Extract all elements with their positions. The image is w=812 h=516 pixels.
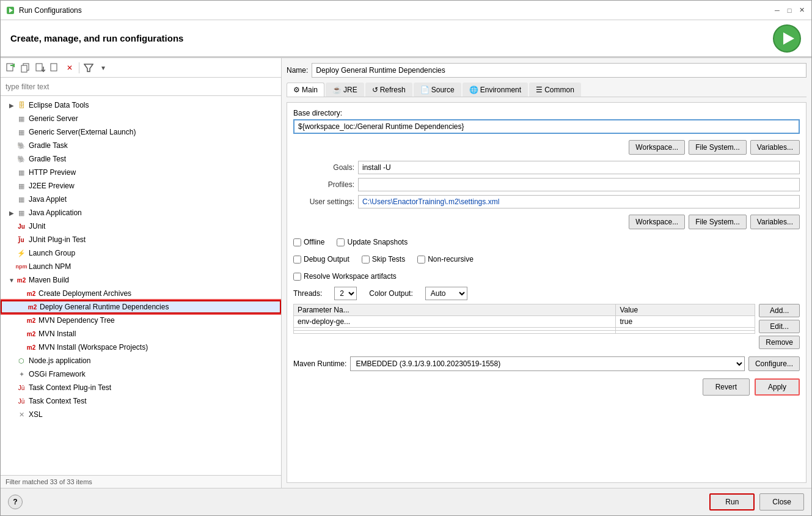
param-col-name: Parameter Na... — [294, 304, 616, 316]
tree-item-launch-npm[interactable]: ▶ npm Launch NPM — [1, 260, 281, 273]
tree-item-eclipse-data-tools[interactable]: ▶ 🗄 Eclipse Data Tools — [1, 98, 281, 112]
tree-item-task-context-plugin[interactable]: ▶ Jü Task Context Plug-in Test — [1, 381, 281, 394]
nodejs-icon: ⬡ — [16, 356, 26, 366]
resolve-workspace-checkbox-item[interactable]: Resolve Workspace artifacts — [293, 272, 397, 281]
add-param-button[interactable]: Add... — [759, 304, 800, 317]
tree-item-label: Java Applet — [29, 195, 67, 204]
offline-label: Offline — [304, 238, 324, 246]
window-title: Run Configurations — [19, 6, 772, 15]
tree-item-label: Gradle Task — [29, 141, 68, 150]
tree-item-mvn-install-ws[interactable]: ▶ m2 MVN Install (Workspace Projects) — [1, 341, 281, 354]
threads-select[interactable]: 2 1 4 — [334, 287, 357, 300]
filesystem-button-2[interactable]: File System... — [689, 215, 747, 229]
offline-checkbox[interactable] — [293, 238, 301, 246]
base-directory-input[interactable] — [293, 119, 800, 134]
remove-param-button[interactable]: Remove — [759, 336, 800, 349]
export-button[interactable] — [34, 61, 47, 75]
configure-runtime-button[interactable]: Configure... — [748, 356, 800, 371]
tree-item-junit[interactable]: ▶ Ju JUnit — [1, 219, 281, 233]
new-config-button[interactable] — [4, 61, 18, 75]
tree-item-gradle-task[interactable]: ▶ 🐘 Gradle Task — [1, 139, 281, 152]
minimize-button[interactable]: ─ — [772, 6, 782, 15]
duplicate-config-button[interactable] — [19, 61, 32, 75]
tree-item-generic-server-ext[interactable]: ▶ ▦ Generic Server(External Launch) — [1, 125, 281, 139]
tab-jre-label: JRE — [343, 86, 357, 94]
checkboxes-row-3: Resolve Workspace artifacts — [293, 272, 800, 281]
close-button[interactable]: ✕ — [797, 6, 807, 15]
tree-item-junit-plugin[interactable]: ▶ J̈u JUnit Plug-in Test — [1, 233, 281, 246]
tab-environment[interactable]: 🌐 Environment — [463, 83, 528, 97]
profiles-input[interactable] — [358, 178, 800, 191]
run-button[interactable]: Run — [709, 493, 755, 510]
runtime-label: Maven Runtime: — [293, 359, 346, 368]
tree-item-java-application[interactable]: ▶ ▦ Java Application — [1, 206, 281, 219]
tab-source[interactable]: 📄 Source — [414, 83, 461, 97]
task-test-icon: Jü — [16, 396, 26, 406]
name-row: Name: — [287, 63, 807, 78]
param-empty-row-2 — [294, 331, 755, 334]
runtime-select[interactable]: EMBEDDED (3.9.1/3.9.100.20230519-1558) — [350, 356, 745, 371]
skip-tests-checkbox[interactable] — [362, 256, 370, 264]
skip-tests-checkbox-item[interactable]: Skip Tests — [362, 255, 405, 264]
apply-button[interactable]: Apply — [755, 378, 800, 396]
help-button[interactable]: ? — [8, 495, 23, 509]
tree-item-generic-server[interactable]: ▶ ▦ Generic Server — [1, 112, 281, 125]
param-row[interactable]: env-deploy-ge... true — [294, 316, 755, 328]
filter-button[interactable] — [82, 61, 95, 75]
workspace-button-2[interactable]: Workspace... — [629, 215, 685, 229]
tree-item-j2ee-preview[interactable]: ▶ ▦ J2EE Preview — [1, 179, 281, 193]
tree-item-launch-group[interactable]: ▶ ⚡ Launch Group — [1, 246, 281, 260]
edit-param-button[interactable]: Edit... — [759, 320, 800, 333]
tree-item-maven-build[interactable]: ▼ m2 Maven Build — [1, 273, 281, 287]
variables-button-1[interactable]: Variables... — [750, 140, 800, 155]
debug-output-checkbox[interactable] — [293, 256, 301, 264]
color-output-select[interactable]: Auto Always Never — [425, 287, 467, 300]
goals-label: Goals: — [293, 163, 354, 172]
close-button[interactable]: Close — [759, 493, 804, 510]
tree-item-label: Create Deployment Archives — [38, 289, 131, 298]
tree-item-create-deployment[interactable]: ▶ m2 Create Deployment Archives — [1, 287, 281, 300]
filesystem-button-1[interactable]: File System... — [689, 140, 747, 155]
tree-item-task-context-test[interactable]: ▶ Jü Task Context Test — [1, 394, 281, 408]
tab-common[interactable]: ☰ Common — [529, 83, 581, 97]
tree-item-java-applet[interactable]: ▶ ▦ Java Applet — [1, 193, 281, 206]
tab-main[interactable]: ⚙ Main — [287, 83, 324, 97]
restore-button[interactable]: □ — [785, 6, 794, 15]
param-value-cell: true — [616, 316, 755, 328]
workspace-button-1[interactable]: Workspace... — [629, 140, 685, 155]
tree-item-http-preview[interactable]: ▶ ▦ HTTP Preview — [1, 166, 281, 179]
update-snapshots-checkbox-item[interactable]: Update Snapshots — [337, 238, 408, 246]
delete-config-button[interactable]: ✕ — [63, 61, 76, 75]
update-snapshots-checkbox[interactable] — [337, 238, 345, 246]
filter-input[interactable] — [1, 78, 281, 96]
xsl-icon: ✕ — [16, 410, 26, 419]
tree-item-label: Eclipse Data Tools — [29, 101, 89, 109]
non-recursive-checkbox[interactable] — [417, 256, 425, 264]
variables-button-2[interactable]: Variables... — [750, 215, 800, 229]
offline-checkbox-item[interactable]: Offline — [293, 238, 324, 246]
non-recursive-checkbox-item[interactable]: Non-recursive — [417, 255, 474, 264]
user-settings-input[interactable] — [358, 195, 800, 208]
tree-item-gradle-test[interactable]: ▶ 🐘 Gradle Test — [1, 152, 281, 166]
tab-refresh[interactable]: ↺ Refresh — [365, 83, 412, 97]
name-input[interactable] — [312, 63, 807, 78]
resolve-workspace-checkbox[interactable] — [293, 273, 301, 281]
tree-item-nodejs[interactable]: ▶ ⬡ Node.js application — [1, 354, 281, 367]
tree-item-osgi[interactable]: ▶ ✦ OSGi Framework — [1, 367, 281, 381]
tree-item-mvn-dependency[interactable]: ▶ m2 MVN Dependency Tree — [1, 314, 281, 327]
tree-item-label: Launch NPM — [29, 262, 71, 271]
window-controls: ─ □ ✕ — [772, 6, 807, 15]
import-button[interactable] — [48, 61, 62, 75]
tree-item-label: JUnit Plug-in Test — [29, 235, 86, 244]
tree-item-xsl[interactable]: ▶ ✕ XSL — [1, 408, 281, 421]
debug-output-checkbox-item[interactable]: Debug Output — [293, 255, 349, 264]
env-tab-icon: 🌐 — [469, 86, 478, 94]
revert-button[interactable]: Revert — [703, 378, 750, 396]
tree-item-mvn-install[interactable]: ▶ m2 MVN Install — [1, 327, 281, 341]
tab-jre[interactable]: ☕ JRE — [326, 83, 364, 97]
tree-item-deploy-general[interactable]: ▶ m2 Deploy General Runtime Dependencies — [1, 300, 281, 314]
title-bar: Run Configurations ─ □ ✕ — [1, 1, 811, 20]
checkboxes-row-1: Offline Update Snapshots — [293, 238, 800, 246]
filter-dropdown-button[interactable]: ▾ — [97, 61, 110, 75]
goals-input[interactable] — [358, 161, 800, 174]
